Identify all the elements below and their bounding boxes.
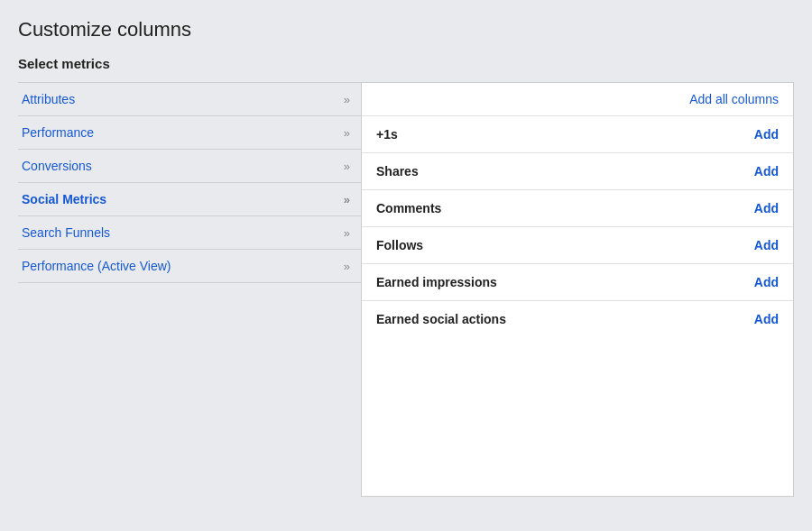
metric-row-follows: FollowsAdd bbox=[362, 227, 793, 264]
sidebar-item-search-funnels[interactable]: Search Funnels» bbox=[18, 216, 361, 250]
sidebar-item-attributes[interactable]: Attributes» bbox=[18, 82, 361, 116]
add-all-columns-button[interactable]: Add all columns bbox=[689, 92, 779, 106]
add-button-earned-impressions[interactable]: Add bbox=[754, 275, 779, 289]
metric-row-earned-social-actions: Earned social actionsAdd bbox=[362, 301, 793, 337]
metric-name-comments: Comments bbox=[376, 201, 441, 215]
chevron-right-icon-attributes: » bbox=[344, 93, 350, 106]
content-row: Attributes»Performance»Conversions»Socia… bbox=[18, 82, 794, 497]
customize-columns-container: Customize columns Select metrics Attribu… bbox=[18, 18, 794, 497]
sidebar-item-label-attributes: Attributes bbox=[22, 92, 75, 106]
metric-name-earned-social-actions: Earned social actions bbox=[376, 312, 506, 326]
page-title: Customize columns bbox=[18, 18, 794, 41]
sidebar-item-label-conversions: Conversions bbox=[22, 159, 92, 173]
sidebar-item-conversions[interactable]: Conversions» bbox=[18, 150, 361, 183]
metric-name-follows: Follows bbox=[376, 238, 423, 252]
sidebar-item-label-performance-active-view: Performance (Active View) bbox=[22, 259, 171, 273]
metrics-panel: Add all columns +1sAddSharesAddCommentsA… bbox=[361, 82, 794, 497]
chevron-right-icon-search-funnels: » bbox=[344, 226, 350, 240]
sidebar-item-social-metrics[interactable]: Social Metrics» bbox=[18, 183, 361, 216]
metric-row-shares: SharesAdd bbox=[362, 153, 793, 190]
select-metrics-label: Select metrics bbox=[18, 56, 794, 71]
sidebar: Attributes»Performance»Conversions»Socia… bbox=[18, 82, 361, 283]
metric-name-shares: Shares bbox=[376, 164, 419, 179]
metrics-list: +1sAddSharesAddCommentsAddFollowsAddEarn… bbox=[362, 116, 793, 337]
sidebar-item-label-social-metrics: Social Metrics bbox=[22, 192, 106, 206]
metric-name-earned-impressions: Earned impressions bbox=[376, 275, 497, 289]
panel-header: Add all columns bbox=[362, 83, 793, 116]
metric-row-earned-impressions: Earned impressionsAdd bbox=[362, 264, 793, 301]
sidebar-item-performance-active-view[interactable]: Performance (Active View)» bbox=[18, 250, 361, 283]
sidebar-item-label-performance: Performance bbox=[22, 125, 94, 140]
sidebar-item-performance[interactable]: Performance» bbox=[18, 116, 361, 150]
chevron-right-icon-performance: » bbox=[344, 126, 350, 140]
metric-name-plus1s: +1s bbox=[376, 127, 398, 142]
sidebar-item-label-search-funnels: Search Funnels bbox=[22, 225, 110, 240]
metric-row-comments: CommentsAdd bbox=[362, 190, 793, 227]
add-button-comments[interactable]: Add bbox=[754, 201, 779, 215]
chevron-right-icon-conversions: » bbox=[344, 160, 350, 173]
metric-row-plus1s: +1sAdd bbox=[362, 116, 793, 153]
chevron-right-icon-social-metrics: » bbox=[344, 193, 350, 206]
chevron-right-icon-performance-active-view: » bbox=[344, 260, 350, 273]
add-button-plus1s[interactable]: Add bbox=[754, 127, 779, 142]
add-button-shares[interactable]: Add bbox=[754, 164, 779, 179]
add-button-earned-social-actions[interactable]: Add bbox=[754, 312, 779, 326]
add-button-follows[interactable]: Add bbox=[754, 238, 779, 252]
